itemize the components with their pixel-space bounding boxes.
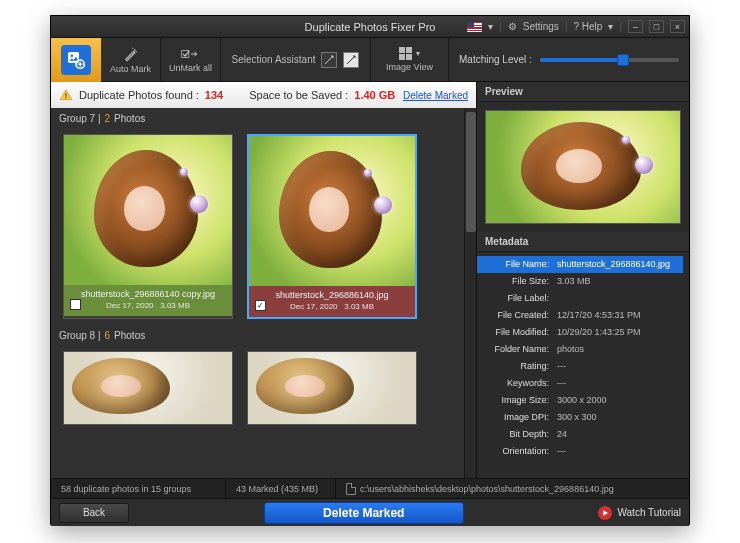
language-dropdown-arrow[interactable]: ▾ xyxy=(488,21,493,32)
groups-scroll[interactable]: Group 7 | 2 Photos shutterstock_29688614… xyxy=(51,108,476,478)
unmark-button[interactable]: UnMark all xyxy=(161,38,221,82)
minimize-button[interactable]: – xyxy=(628,20,643,33)
vertical-scrollbar[interactable] xyxy=(464,108,476,478)
metadata-row[interactable]: Rating:--- xyxy=(477,358,683,375)
summary-found-label: Duplicate Photos found : xyxy=(79,89,199,101)
metadata-row[interactable]: File Name:shutterstock_296886140.jpg xyxy=(477,256,683,273)
side-panel: Preview Metadata File Name:shutterstock_… xyxy=(476,82,689,478)
delete-marked-link[interactable]: Delete Marked xyxy=(403,90,468,101)
help-dropdown-arrow[interactable]: ▾ xyxy=(608,21,613,32)
metadata-value: 12/17/20 4:53:31 PM xyxy=(557,307,683,324)
automark-label: Auto Mark xyxy=(110,64,151,74)
selection-assistant-label: Selection Assistant xyxy=(232,54,316,65)
metadata-value: 24 xyxy=(557,426,683,443)
slider-thumb[interactable] xyxy=(617,54,629,66)
close-button[interactable]: × xyxy=(670,20,685,33)
titlebar: Duplicate Photos Fixer Pro ▾ | ⚙ Setting… xyxy=(51,16,689,38)
back-button[interactable]: Back xyxy=(59,503,129,523)
summary-space-label: Space to be Saved : xyxy=(249,89,348,101)
metadata-title: Metadata xyxy=(477,232,689,252)
metadata-list[interactable]: File Name:shutterstock_296886140.jpgFile… xyxy=(477,252,689,478)
metadata-row[interactable]: Bit Depth:24 xyxy=(477,426,683,443)
results-panel: Duplicate Photos found : 134 Space to be… xyxy=(51,82,476,478)
thumbnail[interactable] xyxy=(64,135,232,285)
matching-label: Matching Level : xyxy=(459,54,532,65)
metadata-key: File Name: xyxy=(477,256,557,273)
metadata-row[interactable]: Image DPI:300 x 300 xyxy=(477,409,683,426)
thumbnail[interactable] xyxy=(249,136,415,286)
file-date: Dec 17, 2020 xyxy=(290,302,338,311)
checkbox[interactable]: ✓ xyxy=(255,300,266,311)
group-count: 2 xyxy=(105,113,111,124)
unmark-icon xyxy=(181,47,201,61)
metadata-key: Folder Name: xyxy=(477,341,557,358)
app-title: Duplicate Photos Fixer Pro xyxy=(305,21,436,33)
metadata-value: photos xyxy=(557,341,683,358)
photo-card[interactable]: shutterstock_296886140.jpg Dec 17, 2020 … xyxy=(247,134,417,319)
group-photos-word: Photos xyxy=(114,113,145,124)
selection-btn-dark[interactable] xyxy=(321,52,337,68)
metadata-value: 3000 x 2000 xyxy=(557,392,683,409)
metadata-value: 10/29/20 1:43:25 PM xyxy=(557,324,683,341)
status-mid: 43 Marked (435 MB) xyxy=(226,479,336,498)
svg-rect-4 xyxy=(65,93,66,97)
matching-slider[interactable] xyxy=(540,58,679,62)
bottom-bar: Back Delete Marked Watch Tutorial xyxy=(51,498,689,526)
watch-tutorial-link[interactable]: Watch Tutorial xyxy=(598,506,681,520)
metadata-row[interactable]: Folder Name:photos xyxy=(477,341,683,358)
automark-button[interactable]: Auto Mark xyxy=(101,38,161,82)
group-header: Group 8 | 6 Photos xyxy=(51,325,476,345)
play-icon xyxy=(598,506,612,520)
metadata-row[interactable]: Keywords:--- xyxy=(477,375,683,392)
metadata-key: Rating: xyxy=(477,358,557,375)
photo-card[interactable]: shutterstock_296886140 copy.jpg Dec 17, … xyxy=(63,134,233,319)
photo-card[interactable] xyxy=(247,351,417,425)
metadata-key: Keywords: xyxy=(477,375,557,392)
status-path: c:\users\abhisheks\desktop\photos\shutte… xyxy=(336,479,689,498)
thumbnail[interactable] xyxy=(64,352,232,424)
metadata-row[interactable]: File Label: xyxy=(477,290,683,307)
file-size: 3.03 MB xyxy=(160,301,190,310)
document-icon xyxy=(346,483,356,495)
thumbnail[interactable] xyxy=(248,352,416,424)
maximize-button[interactable]: □ xyxy=(649,20,664,33)
checkbox[interactable] xyxy=(70,299,81,310)
metadata-value: 3.03 MB xyxy=(557,273,683,290)
metadata-row[interactable]: File Modified:10/29/20 1:43:25 PM xyxy=(477,324,683,341)
summary-count: 134 xyxy=(205,89,223,101)
preview-box xyxy=(477,102,689,232)
group-header: Group 7 | 2 Photos xyxy=(51,108,476,128)
preview-image[interactable] xyxy=(485,110,681,224)
caption: shutterstock_296886140 copy.jpg Dec 17, … xyxy=(64,285,232,316)
app-window: Duplicate Photos Fixer Pro ▾ | ⚙ Setting… xyxy=(50,15,690,525)
metadata-key: Orientation: xyxy=(477,443,557,460)
metadata-row[interactable]: File Size:3.03 MB xyxy=(477,273,683,290)
metadata-row[interactable]: Orientation:--- xyxy=(477,443,683,460)
wand-icon xyxy=(123,46,139,62)
app-logo xyxy=(51,38,101,82)
delete-marked-button[interactable]: Delete Marked xyxy=(264,502,464,524)
watch-tutorial-label: Watch Tutorial xyxy=(617,507,681,518)
selection-assistant: Selection Assistant xyxy=(221,38,371,82)
photo-card[interactable] xyxy=(63,351,233,425)
file-date: Dec 17, 2020 xyxy=(106,301,154,310)
summary-size: 1.40 GB xyxy=(354,89,395,101)
metadata-value: shutterstock_296886140.jpg xyxy=(557,256,683,273)
app-logo-icon xyxy=(66,50,86,70)
scrollbar-thumb[interactable] xyxy=(466,112,476,232)
metadata-row[interactable]: File Created:12/17/20 4:53:31 PM xyxy=(477,307,683,324)
image-view-toggle[interactable]: ▾ Image View xyxy=(371,38,449,82)
metadata-key: Bit Depth: xyxy=(477,426,557,443)
metadata-value xyxy=(557,290,683,307)
metadata-key: File Created: xyxy=(477,307,557,324)
settings-link[interactable]: Settings xyxy=(523,21,559,32)
metadata-key: File Label: xyxy=(477,290,557,307)
preview-title: Preview xyxy=(477,82,689,102)
help-link[interactable]: ? Help xyxy=(573,21,602,32)
metadata-key: File Size: xyxy=(477,273,557,290)
flag-icon[interactable] xyxy=(467,22,482,32)
metadata-row[interactable]: Image Size:3000 x 2000 xyxy=(477,392,683,409)
status-bar: 58 duplicate photos in 15 groups 43 Mark… xyxy=(51,478,689,498)
selection-btn-light[interactable] xyxy=(343,52,359,68)
svg-point-1 xyxy=(71,54,74,57)
